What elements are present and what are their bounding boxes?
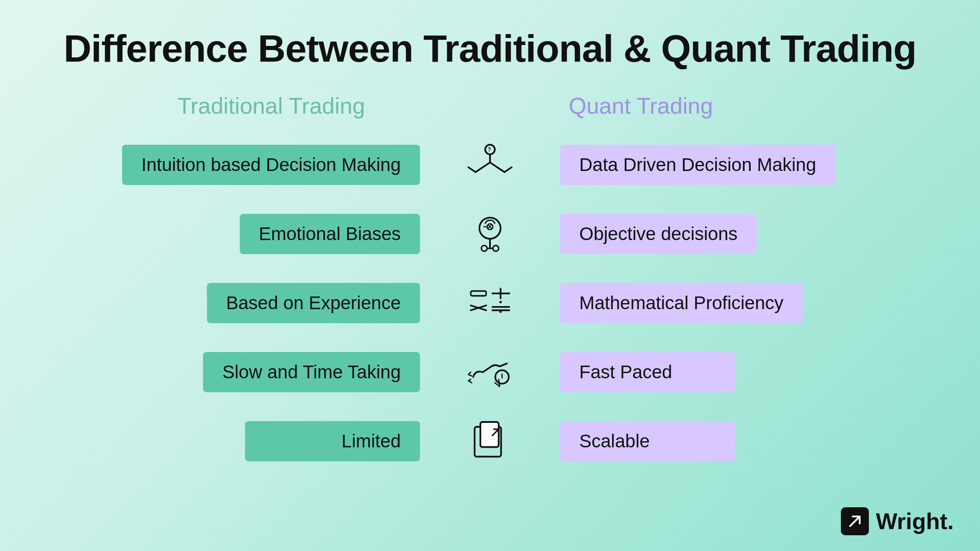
traditional-column-label: Traditional Trading bbox=[105, 93, 438, 119]
comparison-table: Intuition based Decision Making ? Data D… bbox=[0, 141, 980, 465]
quant-badge: Fast Paced bbox=[560, 352, 735, 392]
wright-arrow-box bbox=[841, 507, 869, 535]
svg-point-7 bbox=[481, 245, 487, 251]
quant-badge: Mathematical Proficiency bbox=[560, 283, 803, 323]
traditional-cell: Emotional Biases bbox=[105, 214, 438, 254]
svg-rect-13 bbox=[471, 291, 486, 296]
quant-cell: Data Driven Decision Making bbox=[542, 145, 875, 185]
page-title: Difference Between Traditional & Quant T… bbox=[0, 0, 980, 71]
traditional-badge: Slow and Time Taking bbox=[203, 352, 420, 392]
quant-badge: Scalable bbox=[560, 421, 735, 461]
comparison-row: Limited Scalable bbox=[105, 417, 875, 465]
icon-cell: ✕ bbox=[438, 210, 542, 258]
wright-logo: Wright. bbox=[841, 507, 954, 535]
icon-cell bbox=[438, 348, 542, 396]
traditional-badge: Emotional Biases bbox=[240, 214, 420, 254]
svg-text:?: ? bbox=[488, 146, 491, 153]
traditional-badge: Limited bbox=[245, 421, 420, 461]
traditional-badge: Based on Experience bbox=[207, 283, 420, 323]
quant-badge: Objective decisions bbox=[560, 214, 757, 254]
quant-cell: Mathematical Proficiency bbox=[542, 283, 875, 323]
svg-rect-25 bbox=[480, 422, 499, 447]
comparison-row: Intuition based Decision Making ? Data D… bbox=[105, 141, 875, 189]
comparison-row: Based on Experience Mathematical Profici… bbox=[105, 279, 875, 327]
columns-header: Traditional Trading Quant Trading bbox=[0, 93, 980, 119]
icon-cell: ? bbox=[438, 141, 542, 189]
traditional-badge: Intuition based Decision Making bbox=[122, 145, 420, 185]
traditional-cell: Limited bbox=[105, 421, 438, 461]
quant-cell: Fast Paced bbox=[542, 352, 875, 392]
icon-cell bbox=[438, 417, 542, 465]
quant-cell: Scalable bbox=[542, 421, 875, 461]
traditional-cell: Intuition based Decision Making bbox=[105, 145, 438, 185]
svg-point-20 bbox=[499, 301, 502, 303]
comparison-row: Emotional Biases ✕ Objective decisions bbox=[105, 210, 875, 258]
quant-badge: Data Driven Decision Making bbox=[560, 145, 836, 185]
quant-column-label: Quant Trading bbox=[542, 93, 875, 119]
traditional-cell: Slow and Time Taking bbox=[105, 352, 438, 392]
svg-text:✕: ✕ bbox=[487, 223, 493, 230]
icon-cell bbox=[438, 279, 542, 327]
traditional-cell: Based on Experience bbox=[105, 283, 438, 323]
quant-cell: Objective decisions bbox=[542, 214, 875, 254]
wright-text: Wright. bbox=[876, 508, 954, 534]
svg-point-8 bbox=[493, 245, 499, 251]
comparison-row: Slow and Time Taking Fast Paced bbox=[105, 348, 875, 396]
